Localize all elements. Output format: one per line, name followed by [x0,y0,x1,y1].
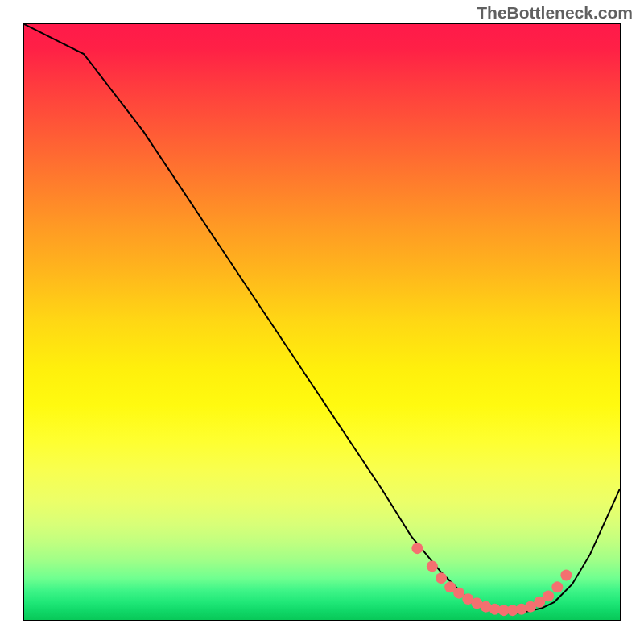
optimal-dot [427,560,438,572]
chart-svg [24,24,620,620]
bottleneck-curve-line [24,24,620,613]
watermark-text: TheBottleneck.com [477,3,633,23]
optimal-dot [560,570,572,581]
optimal-dot [543,590,554,601]
optimal-dot [411,543,423,554]
optimal-dot [436,572,447,584]
chart-plot-area [23,23,621,621]
optimal-dot [551,581,563,592]
